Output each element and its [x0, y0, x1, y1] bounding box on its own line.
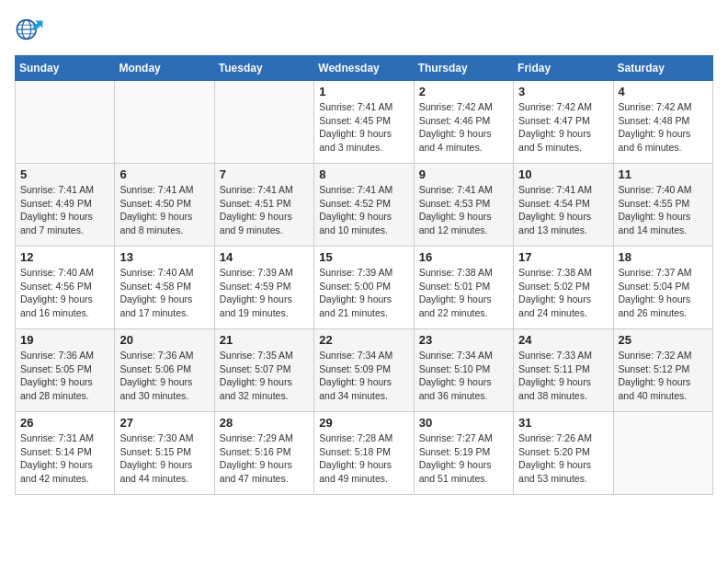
day-info: Sunrise: 7:41 AM Sunset: 4:51 PM Dayligh… — [220, 183, 309, 237]
day-info: Sunrise: 7:31 AM Sunset: 5:14 PM Dayligh… — [20, 431, 109, 486]
day-info: Sunrise: 7:27 AM Sunset: 5:19 PM Dayligh… — [419, 431, 508, 486]
calendar-cell: 6Sunrise: 7:41 AM Sunset: 4:50 PM Daylig… — [115, 164, 214, 247]
day-number: 13 — [119, 250, 209, 264]
day-info: Sunrise: 7:35 AM Sunset: 5:07 PM Dayligh… — [220, 349, 309, 403]
calendar-cell: 18Sunrise: 7:37 AM Sunset: 5:04 PM Dayli… — [613, 247, 712, 329]
day-info: Sunrise: 7:33 AM Sunset: 5:11 PM Dayligh… — [518, 349, 608, 403]
calendar-table: SundayMondayTuesdayWednesdayThursdayFrid… — [15, 55, 713, 495]
day-number: 7 — [220, 167, 309, 181]
page-header — [15, 15, 713, 44]
calendar-cell: 24Sunrise: 7:33 AM Sunset: 5:11 PM Dayli… — [514, 329, 613, 412]
day-header-monday: Monday — [115, 56, 214, 81]
calendar-cell: 8Sunrise: 7:41 AM Sunset: 4:52 PM Daylig… — [314, 164, 414, 247]
calendar-cell — [115, 81, 214, 164]
calendar-cell: 29Sunrise: 7:28 AM Sunset: 5:18 PM Dayli… — [314, 412, 414, 495]
calendar-cell: 5Sunrise: 7:41 AM Sunset: 4:49 PM Daylig… — [16, 164, 115, 247]
week-row-4: 19Sunrise: 7:36 AM Sunset: 5:05 PM Dayli… — [16, 329, 713, 412]
day-info: Sunrise: 7:29 AM Sunset: 5:16 PM Dayligh… — [220, 431, 309, 486]
day-number: 30 — [419, 416, 508, 430]
day-number: 26 — [20, 416, 109, 430]
day-info: Sunrise: 7:36 AM Sunset: 5:05 PM Dayligh… — [20, 349, 109, 403]
day-info: Sunrise: 7:41 AM Sunset: 4:53 PM Dayligh… — [419, 183, 508, 237]
logo-icon — [15, 15, 44, 44]
day-info: Sunrise: 7:32 AM Sunset: 5:12 PM Dayligh… — [619, 349, 708, 403]
week-row-5: 26Sunrise: 7:31 AM Sunset: 5:14 PM Dayli… — [16, 412, 713, 495]
calendar-cell: 14Sunrise: 7:39 AM Sunset: 4:59 PM Dayli… — [214, 247, 313, 329]
day-info: Sunrise: 7:42 AM Sunset: 4:48 PM Dayligh… — [619, 100, 708, 155]
day-number: 31 — [518, 416, 608, 430]
calendar-cell: 27Sunrise: 7:30 AM Sunset: 5:15 PM Dayli… — [115, 412, 214, 495]
calendar-cell: 13Sunrise: 7:40 AM Sunset: 4:58 PM Dayli… — [115, 247, 214, 329]
calendar-cell: 17Sunrise: 7:38 AM Sunset: 5:02 PM Dayli… — [514, 247, 613, 329]
day-info: Sunrise: 7:41 AM Sunset: 4:52 PM Dayligh… — [319, 183, 408, 237]
logo — [15, 15, 48, 44]
day-info: Sunrise: 7:28 AM Sunset: 5:18 PM Dayligh… — [319, 431, 408, 486]
day-number: 3 — [518, 85, 608, 98]
day-number: 4 — [619, 85, 708, 98]
calendar-cell: 7Sunrise: 7:41 AM Sunset: 4:51 PM Daylig… — [214, 164, 313, 247]
calendar-cell: 2Sunrise: 7:42 AM Sunset: 4:46 PM Daylig… — [414, 81, 513, 164]
calendar-cell: 1Sunrise: 7:41 AM Sunset: 4:45 PM Daylig… — [314, 81, 414, 164]
day-number: 9 — [419, 167, 508, 181]
day-number: 17 — [518, 250, 608, 264]
day-info: Sunrise: 7:40 AM Sunset: 4:56 PM Dayligh… — [20, 266, 109, 320]
day-number: 8 — [319, 167, 408, 181]
calendar-cell: 19Sunrise: 7:36 AM Sunset: 5:05 PM Dayli… — [16, 329, 115, 412]
day-info: Sunrise: 7:30 AM Sunset: 5:15 PM Dayligh… — [119, 431, 209, 486]
calendar-cell: 26Sunrise: 7:31 AM Sunset: 5:14 PM Dayli… — [16, 412, 115, 495]
calendar-cell: 22Sunrise: 7:34 AM Sunset: 5:09 PM Dayli… — [314, 329, 414, 412]
day-info: Sunrise: 7:42 AM Sunset: 4:46 PM Dayligh… — [419, 100, 508, 155]
calendar-cell: 4Sunrise: 7:42 AM Sunset: 4:48 PM Daylig… — [613, 81, 712, 164]
day-info: Sunrise: 7:40 AM Sunset: 4:58 PM Dayligh… — [119, 266, 209, 320]
day-number: 11 — [619, 167, 708, 181]
day-number: 12 — [20, 250, 109, 264]
day-number: 21 — [220, 333, 309, 347]
day-number: 5 — [20, 167, 109, 181]
day-number: 18 — [619, 250, 708, 264]
week-row-1: 1Sunrise: 7:41 AM Sunset: 4:45 PM Daylig… — [16, 81, 713, 164]
day-info: Sunrise: 7:38 AM Sunset: 5:02 PM Dayligh… — [518, 266, 608, 320]
day-header-thursday: Thursday — [414, 56, 513, 81]
day-number: 1 — [319, 85, 408, 98]
day-number: 25 — [619, 333, 708, 347]
day-number: 15 — [319, 250, 408, 264]
calendar-cell — [214, 81, 313, 164]
day-info: Sunrise: 7:42 AM Sunset: 4:47 PM Dayligh… — [518, 100, 608, 155]
day-info: Sunrise: 7:41 AM Sunset: 4:45 PM Dayligh… — [319, 100, 408, 155]
calendar-cell: 28Sunrise: 7:29 AM Sunset: 5:16 PM Dayli… — [214, 412, 313, 495]
day-info: Sunrise: 7:36 AM Sunset: 5:06 PM Dayligh… — [119, 349, 209, 403]
day-header-saturday: Saturday — [613, 56, 712, 81]
week-row-2: 5Sunrise: 7:41 AM Sunset: 4:49 PM Daylig… — [16, 164, 713, 247]
week-row-3: 12Sunrise: 7:40 AM Sunset: 4:56 PM Dayli… — [16, 247, 713, 329]
day-info: Sunrise: 7:26 AM Sunset: 5:20 PM Dayligh… — [518, 431, 608, 486]
day-number: 20 — [119, 333, 209, 347]
calendar-cell — [613, 412, 712, 495]
day-number: 29 — [319, 416, 408, 430]
day-header-sunday: Sunday — [16, 56, 115, 81]
calendar-cell: 12Sunrise: 7:40 AM Sunset: 4:56 PM Dayli… — [16, 247, 115, 329]
day-number: 2 — [419, 85, 508, 98]
day-number: 6 — [119, 167, 209, 181]
day-number: 16 — [419, 250, 508, 264]
day-number: 10 — [518, 167, 608, 181]
calendar-cell: 11Sunrise: 7:40 AM Sunset: 4:55 PM Dayli… — [613, 164, 712, 247]
day-info: Sunrise: 7:37 AM Sunset: 5:04 PM Dayligh… — [619, 266, 708, 320]
day-header-tuesday: Tuesday — [214, 56, 313, 81]
day-info: Sunrise: 7:41 AM Sunset: 4:54 PM Dayligh… — [518, 183, 608, 237]
day-number: 22 — [319, 333, 408, 347]
calendar-cell: 21Sunrise: 7:35 AM Sunset: 5:07 PM Dayli… — [214, 329, 313, 412]
calendar-cell: 23Sunrise: 7:34 AM Sunset: 5:10 PM Dayli… — [414, 329, 513, 412]
day-number: 23 — [419, 333, 508, 347]
day-info: Sunrise: 7:39 AM Sunset: 5:00 PM Dayligh… — [319, 266, 408, 320]
calendar-cell: 20Sunrise: 7:36 AM Sunset: 5:06 PM Dayli… — [115, 329, 214, 412]
day-number: 28 — [220, 416, 309, 430]
day-info: Sunrise: 7:41 AM Sunset: 4:49 PM Dayligh… — [20, 183, 109, 237]
day-number: 24 — [518, 333, 608, 347]
calendar-cell: 31Sunrise: 7:26 AM Sunset: 5:20 PM Dayli… — [514, 412, 613, 495]
day-number: 14 — [220, 250, 309, 264]
day-number: 27 — [119, 416, 209, 430]
day-info: Sunrise: 7:40 AM Sunset: 4:55 PM Dayligh… — [619, 183, 708, 237]
day-info: Sunrise: 7:39 AM Sunset: 4:59 PM Dayligh… — [220, 266, 309, 320]
calendar-cell: 25Sunrise: 7:32 AM Sunset: 5:12 PM Dayli… — [613, 329, 712, 412]
day-header-friday: Friday — [514, 56, 613, 81]
